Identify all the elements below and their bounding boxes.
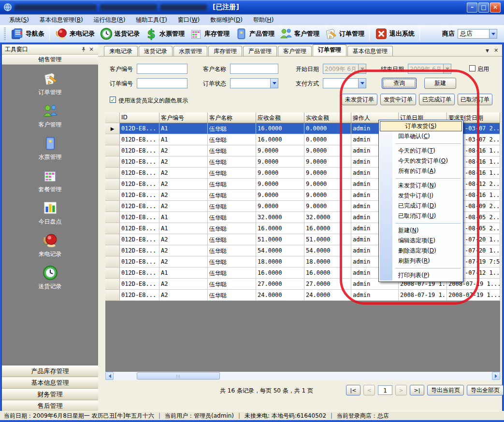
minimize-button[interactable]: – — [467, 2, 477, 13]
order-status-dropdown-icon[interactable] — [270, 79, 278, 88]
pay-method-dropdown-icon[interactable] — [358, 79, 366, 88]
end-date-picker[interactable]: 2009年 6月 8日 — [408, 64, 451, 74]
tab-6[interactable]: 订单管理 — [313, 44, 346, 56]
menubar-item-2[interactable]: 运行信息(R) — [88, 14, 131, 26]
column-header-2[interactable]: 客户名称 — [208, 113, 256, 123]
column-header-1[interactable]: 客户编号 — [159, 113, 208, 123]
color-display-checkbox[interactable]: ✓ — [110, 97, 116, 103]
row-selector[interactable] — [105, 267, 120, 279]
row-selector[interactable] — [105, 134, 120, 145]
new-button[interactable]: 新建 — [424, 78, 456, 89]
row-selector[interactable] — [105, 234, 120, 245]
toolbar-button-0[interactable]: 导航条 — [8, 27, 47, 41]
query-button[interactable]: 查询 — [382, 78, 417, 89]
row-selector[interactable] — [105, 256, 120, 267]
scroll-left-icon[interactable] — [105, 372, 114, 380]
sidebar-item-4[interactable]: 今日盘点 — [2, 200, 98, 226]
toolbar-button-8[interactable]: 退出系统 — [372, 27, 417, 41]
sidebar-group-button-2[interactable]: 财务管理 — [2, 389, 98, 400]
tab-4[interactable]: 产品管理 — [243, 46, 277, 56]
tab-3[interactable]: 库存管理 — [208, 46, 242, 56]
context-menu-item-9[interactable]: 已完成订单(D) — [380, 201, 462, 211]
toolbar-button-5[interactable]: 产品管理 — [232, 27, 277, 41]
context-menu-item-3[interactable]: 今天的订单(T) — [380, 146, 462, 156]
order-no-input[interactable] — [137, 78, 187, 88]
export-all-pages-button[interactable]: 导出全部页 — [467, 385, 504, 395]
pay-method-combo[interactable] — [323, 78, 366, 88]
row-selector[interactable] — [105, 145, 120, 156]
context-menu-item-15[interactable]: 刷新列表(R) — [380, 256, 462, 266]
tab-2[interactable]: 水票管理 — [173, 46, 207, 56]
row-selector[interactable]: ▶ — [105, 123, 120, 134]
row-selector[interactable] — [105, 201, 120, 212]
sidebar-group-button-3[interactable]: 售后管理 — [2, 400, 98, 412]
sidebar-item-1[interactable]: 客户管理 — [2, 103, 98, 129]
start-date-picker[interactable]: 2009年 6月 8日 — [323, 64, 366, 74]
sidebar-group-button-0[interactable]: 产品库存管理 — [2, 366, 98, 377]
next-page-button[interactable]: > — [395, 385, 407, 395]
prev-page-button[interactable]: < — [363, 385, 375, 395]
shop-select[interactable]: 总店 — [458, 29, 497, 39]
close-button[interactable]: ✕ — [490, 2, 501, 13]
status-filter-button-2[interactable]: 已完成订单 — [419, 94, 455, 105]
last-page-button[interactable]: >| — [410, 385, 424, 395]
menubar-item-3[interactable]: 辅助工具(T) — [130, 14, 173, 26]
customer-name-input[interactable] — [230, 64, 278, 74]
first-page-button[interactable]: |< — [346, 385, 360, 395]
end-date-dropdown-icon[interactable] — [443, 64, 451, 73]
row-selector[interactable] — [105, 212, 120, 223]
toolbar-button-4[interactable]: 库存管理 — [187, 27, 232, 41]
context-menu-item-5[interactable]: 所有的订单(A) — [380, 166, 462, 176]
status-filter-button-3[interactable]: 已取消订单 — [458, 94, 492, 105]
sidebar-item-6[interactable]: 送货记录 — [2, 265, 98, 291]
shop-dropdown-icon[interactable] — [489, 29, 497, 38]
sidebar-item-3[interactable]: 套餐管理 — [2, 168, 98, 194]
menubar-item-6[interactable]: 帮助(H) — [248, 14, 279, 26]
context-menu-item-13[interactable]: 编辑选定项(E) — [380, 236, 462, 246]
enable-checkbox[interactable] — [469, 65, 475, 71]
maximize-button[interactable]: □ — [478, 2, 489, 13]
toolbar-button-7[interactable]: 订单管理 — [322, 27, 367, 41]
sidebar-item-2[interactable]: 水票管理 — [2, 135, 98, 161]
tab-1[interactable]: 送货记录 — [139, 46, 173, 56]
row-selector[interactable] — [105, 223, 120, 234]
tool-window-close-icon[interactable]: ✕ — [87, 45, 95, 53]
column-header-4[interactable]: 实收金额 — [304, 113, 351, 123]
start-date-dropdown-icon[interactable] — [358, 64, 366, 73]
context-menu-item-10[interactable]: 已取消订单(U) — [380, 211, 462, 221]
context-menu-item-4[interactable]: 今天的发货订单(O) — [380, 156, 462, 166]
table-row-15[interactable]: 012D-E8...A2伍华聪24.000024.0000admin2008-0… — [105, 290, 500, 301]
status-filter-button-1[interactable]: 发货中订单 — [380, 94, 416, 105]
row-selector[interactable] — [105, 245, 120, 256]
toolbar-button-1[interactable]: 来电记录 — [52, 27, 97, 41]
row-selector[interactable] — [105, 156, 120, 168]
order-status-combo[interactable] — [230, 78, 278, 88]
scrollbar-thumb[interactable] — [137, 372, 220, 380]
row-selector[interactable] — [105, 290, 120, 301]
status-filter-button-0[interactable]: 未发货订单 — [342, 94, 377, 105]
row-selector[interactable] — [105, 279, 120, 290]
toolbar-button-6[interactable]: 客户管理 — [277, 27, 322, 41]
context-menu-item-7[interactable]: 未发货订单(N) — [380, 181, 462, 191]
toolbar-button-3[interactable]: $水票管理 — [142, 27, 187, 41]
horizontal-scrollbar[interactable] — [105, 372, 500, 380]
context-menu-item-0[interactable]: 订单发货(S) — [380, 121, 462, 131]
tab-list-dropdown-icon[interactable]: ▼ — [486, 48, 489, 53]
sidebar-item-0[interactable]: 订单管理 — [2, 70, 98, 97]
menubar-item-0[interactable]: 系统(S) — [4, 14, 34, 26]
scroll-right-icon[interactable] — [492, 372, 500, 380]
customer-no-input[interactable] — [137, 64, 187, 74]
menubar-item-5[interactable]: 数据维护(D) — [205, 14, 248, 26]
tab-7[interactable]: 基本信息管理 — [347, 46, 393, 56]
pin-icon[interactable] — [80, 45, 87, 53]
tab-close-icon[interactable]: ✕ — [494, 47, 498, 54]
context-menu-item-17[interactable]: 打印列表(P) — [380, 270, 462, 281]
export-current-page-button[interactable]: 导出当前页 — [427, 385, 464, 395]
menubar-item-1[interactable]: 基本信息管理(B) — [34, 14, 88, 26]
context-menu-item-14[interactable]: 删除选定项(D) — [380, 246, 462, 256]
menubar-item-4[interactable]: 窗口(W) — [173, 14, 205, 26]
context-menu-item-8[interactable]: 发货中订单(I) — [380, 191, 462, 201]
row-selector[interactable] — [105, 190, 120, 201]
column-header-0[interactable]: ID — [120, 113, 159, 123]
context-menu-item-1[interactable]: 回单确认(C) — [380, 131, 462, 141]
